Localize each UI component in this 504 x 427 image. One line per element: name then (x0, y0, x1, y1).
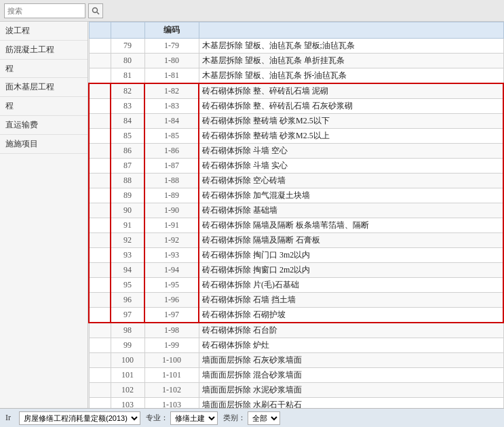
table-row[interactable]: 981-98砖石砌体拆除 石台阶 (89, 323, 503, 338)
row-desc: 砖石砌体拆除 隔墙及隔断 石膏板 (199, 233, 503, 248)
table-header-row: 编码 (89, 22, 503, 39)
row-code: 1-98 (144, 323, 199, 338)
row-desc: 木基层拆除 望板、油毡瓦条 拆-油毡瓦条 (199, 68, 503, 84)
data-table: 编码 791-79木基层拆除 望板、油毡瓦条 望板;油毡瓦条801-80木基层拆… (88, 22, 504, 408)
row-code: 1-87 (144, 159, 199, 174)
row-num: 95 (111, 278, 144, 293)
row-desc: 砖石砌体拆除 基础墙 (199, 203, 503, 218)
row-num: 82 (111, 83, 144, 99)
sidebar-item-yunshufei[interactable]: 直运输费 (0, 116, 88, 135)
row-index (89, 308, 111, 323)
row-desc: 木基层拆除 望板、油毡瓦条 望板;油毡瓦条 (199, 39, 503, 54)
row-code: 1-81 (144, 68, 199, 84)
table-row[interactable]: 881-88砖石砌体拆除 空心砖墙 (89, 174, 503, 188)
table-row[interactable]: 891-89砖石砌体拆除 加气混凝土块墙 (89, 188, 503, 203)
row-index (89, 39, 111, 54)
table-row[interactable]: 951-95砖石砌体拆除 片(毛)石基础 (89, 278, 503, 293)
ir-label: Ir (5, 413, 11, 423)
table-area: 编码 791-79木基层拆除 望板、油毡瓦条 望板;油毡瓦条801-80木基层拆… (88, 22, 504, 408)
row-desc: 砖石砌体拆除 石墙 挡土墙 (199, 293, 503, 308)
row-num: 90 (111, 203, 144, 218)
table-row[interactable]: 991-99砖石砌体拆除 炉灶 (89, 338, 503, 353)
row-desc: 砖石砌体拆除 加气混凝土块墙 (199, 188, 503, 203)
sidebar-item-cheng2[interactable]: 程 (0, 97, 88, 116)
table-row[interactable]: 871-87砖石砌体拆除 斗墙 实心 (89, 159, 503, 174)
row-index (89, 383, 111, 398)
table-row[interactable]: 1021-102墙面面层拆除 水泥砂浆墙面 (89, 383, 503, 398)
row-desc: 砖石砌体拆除 斗墙 实心 (199, 159, 503, 174)
category-select[interactable]: 全部 (248, 411, 280, 425)
table-row[interactable]: 911-91砖石砌体拆除 隔墙及隔断 板条墙苇箔墙、隔断 (89, 218, 503, 233)
table-row[interactable]: 1011-101墙面面层拆除 混合砂浆墙面 (89, 368, 503, 383)
row-desc: 砖石砌体拆除 整砖墙 砂浆M2.5以上 (199, 129, 503, 144)
sidebar-item-shixiangmu[interactable]: 施施项目 (0, 135, 88, 154)
row-desc: 砖石砌体拆除 掏门口 3m2以内 (199, 248, 503, 263)
row-code: 1-99 (144, 338, 199, 353)
row-num: 83 (111, 99, 144, 114)
quota-select[interactable]: 房屋修缮工程消耗量定额(2013) (19, 411, 140, 425)
table-row[interactable]: 901-90砖石砌体拆除 基础墙 (89, 203, 503, 218)
table-row[interactable]: 1001-100墙面面层拆除 石灰砂浆墙面 (89, 353, 503, 368)
table-row[interactable]: 791-79木基层拆除 望板、油毡瓦条 望板;油毡瓦条 (89, 39, 503, 54)
row-num: 79 (111, 39, 144, 54)
table-row[interactable]: 861-86砖石砌体拆除 斗墙 空心 (89, 144, 503, 159)
row-index (89, 233, 111, 248)
row-index (89, 353, 111, 368)
table-row[interactable]: 851-85砖石砌体拆除 整砖墙 砂浆M2.5以上 (89, 129, 503, 144)
table-container[interactable]: 编码 791-79木基层拆除 望板、油毡瓦条 望板;油毡瓦条801-80木基层拆… (88, 22, 504, 408)
row-index (89, 129, 111, 144)
search-button[interactable] (88, 3, 103, 18)
row-num: 102 (111, 383, 144, 398)
row-num: 88 (111, 174, 144, 188)
svg-point-0 (93, 7, 98, 12)
specialty-select[interactable]: 修缮土建 (170, 411, 218, 425)
table-row[interactable]: 941-94砖石砌体拆除 掏窗口 2m2以内 (89, 263, 503, 278)
row-index (89, 338, 111, 353)
row-desc: 木基层拆除 望板、油毡瓦条 单折挂瓦条 (199, 54, 503, 68)
row-code: 1-79 (144, 39, 199, 54)
row-index (89, 68, 111, 84)
row-code: 1-96 (144, 293, 199, 308)
sidebar: 波工程 筋混凝土工程 程 面木基层工程 程 直运输费 施施项目 (0, 22, 88, 408)
row-desc: 砖石砌体拆除 隔墙及隔断 板条墙苇箔墙、隔断 (199, 218, 503, 233)
sidebar-item-jinhunningtu[interactable]: 筋混凝土工程 (0, 41, 88, 60)
row-desc: 墙面面层拆除 石灰砂浆墙面 (199, 353, 503, 368)
row-code: 1-90 (144, 203, 199, 218)
row-index (89, 159, 111, 174)
table-row[interactable]: 811-81木基层拆除 望板、油毡瓦条 拆-油毡瓦条 (89, 68, 503, 84)
table-row[interactable]: 971-97砖石砌体拆除 石砌护坡 (89, 308, 503, 323)
row-num: 98 (111, 323, 144, 338)
row-num: 86 (111, 144, 144, 159)
row-index (89, 99, 111, 114)
table-row[interactable]: 1031-103墙面面层拆除 水刷石干粘石 (89, 398, 503, 409)
row-index (89, 188, 111, 203)
sidebar-item-mianmu[interactable]: 面木基层工程 (0, 78, 88, 97)
row-num: 91 (111, 218, 144, 233)
row-num: 94 (111, 263, 144, 278)
sidebar-item-bo[interactable]: 波工程 (0, 22, 88, 41)
row-index (89, 174, 111, 188)
row-desc: 砖石砌体拆除 斗墙 空心 (199, 144, 503, 159)
row-desc: 砖石砌体拆除 空心砖墙 (199, 174, 503, 188)
row-num: 80 (111, 54, 144, 68)
row-code: 1-84 (144, 114, 199, 129)
row-desc: 砖石砌体拆除 石砌护坡 (199, 308, 503, 323)
row-code: 1-95 (144, 278, 199, 293)
row-desc: 砖石砌体拆除 整、碎砖乱石墙 石灰砂浆砌 (199, 99, 503, 114)
sidebar-item-cheng[interactable]: 程 (0, 60, 88, 79)
row-index (89, 323, 111, 338)
row-code: 1-94 (144, 263, 199, 278)
row-code: 1-83 (144, 99, 199, 114)
table-row[interactable]: 961-96砖石砌体拆除 石墙 挡土墙 (89, 293, 503, 308)
table-row[interactable]: 931-93砖石砌体拆除 掏门口 3m2以内 (89, 248, 503, 263)
row-index (89, 293, 111, 308)
table-row[interactable]: 801-80木基层拆除 望板、油毡瓦条 单折挂瓦条 (89, 54, 503, 68)
row-index (89, 398, 111, 409)
row-index (89, 203, 111, 218)
table-row[interactable]: 821-82砖石砌体拆除 整、碎砖乱石墙 泥砌 (89, 83, 503, 99)
table-row[interactable]: 921-92砖石砌体拆除 隔墙及隔断 石膏板 (89, 233, 503, 248)
search-input[interactable] (4, 3, 85, 18)
col-header-num (111, 22, 144, 39)
table-row[interactable]: 831-83砖石砌体拆除 整、碎砖乱石墙 石灰砂浆砌 (89, 99, 503, 114)
table-row[interactable]: 841-84砖石砌体拆除 整砖墙 砂浆M2.5以下 (89, 114, 503, 129)
